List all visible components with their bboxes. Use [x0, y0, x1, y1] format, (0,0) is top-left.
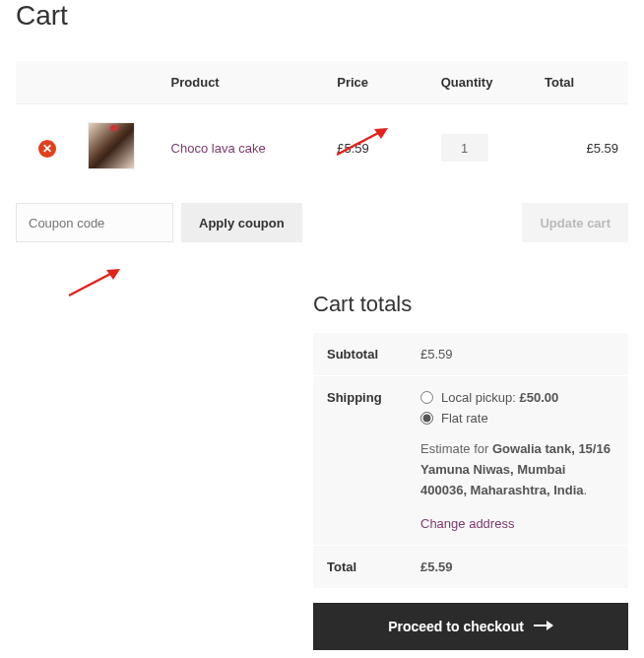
col-header-total: Total: [535, 61, 628, 104]
shipping-option-label: Local pickup: £50.00: [441, 390, 558, 405]
col-header-quantity: Quantity: [431, 61, 535, 104]
shipping-option-label: Flat rate: [441, 411, 488, 426]
subtotal-label: Subtotal: [313, 333, 407, 376]
shipping-option-flat-rate[interactable]: Flat rate: [420, 411, 614, 426]
product-thumbnail-link[interactable]: [88, 156, 135, 172]
update-cart-button: Update cart: [522, 203, 628, 242]
shipping-label: Shipping: [313, 376, 407, 546]
shipping-radio-flat-rate[interactable]: [420, 412, 433, 425]
close-icon: ✕: [42, 142, 52, 156]
product-thumbnail: [88, 122, 135, 169]
remove-item-button[interactable]: ✕: [38, 140, 56, 158]
cart-totals-heading: Cart totals: [313, 292, 628, 317]
svg-marker-3: [106, 269, 120, 280]
shipping-radio-local-pickup[interactable]: [420, 391, 433, 404]
item-price: £5.59: [337, 141, 369, 156]
svg-marker-5: [547, 621, 553, 630]
subtotal-value: £5.59: [407, 333, 628, 376]
total-value: £5.59: [420, 559, 453, 574]
page-title: Cart: [16, 0, 628, 32]
proceed-to-checkout-button[interactable]: Proceed to checkout: [313, 603, 628, 650]
checkout-button-label: Proceed to checkout: [388, 619, 524, 634]
product-name-link[interactable]: Choco lava cake: [171, 141, 266, 156]
col-header-price: Price: [327, 61, 430, 104]
total-label: Total: [313, 546, 407, 589]
arrow-right-icon: [534, 619, 553, 634]
cart-totals-section: Cart totals Subtotal £5.59 Shipping Loca…: [313, 292, 628, 650]
change-address-link[interactable]: Change address: [420, 516, 514, 531]
apply-coupon-button[interactable]: Apply coupon: [181, 203, 302, 242]
shipping-option-local-pickup[interactable]: Local pickup: £50.00: [420, 390, 614, 405]
cart-totals-table: Subtotal £5.59 Shipping Local pickup: £5…: [313, 333, 628, 589]
cart-table: Product Price Quantity Total ✕ Choco lav…: [16, 61, 628, 191]
cart-actions: Apply coupon Update cart: [16, 203, 628, 242]
table-row: ✕ Choco lava cake £5.59 £5.59: [16, 104, 628, 192]
annotation-arrow-icon: [65, 266, 124, 299]
svg-line-2: [69, 272, 114, 296]
col-header-product: Product: [161, 61, 328, 104]
item-total: £5.59: [586, 141, 618, 156]
coupon-code-input[interactable]: [16, 203, 173, 242]
shipping-estimate-text: Estimate for Gowalia tank, 15/16 Yamuna …: [420, 439, 614, 500]
quantity-input[interactable]: [441, 134, 488, 162]
